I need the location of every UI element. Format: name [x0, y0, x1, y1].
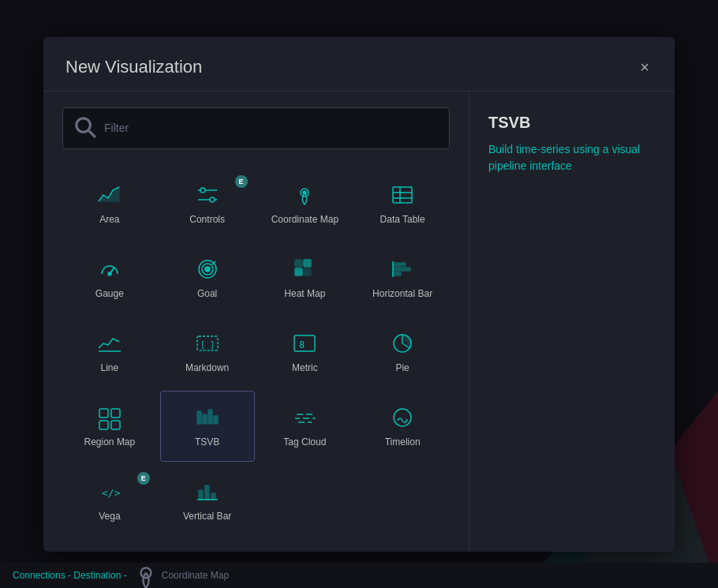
modal-title: New Visualization — [65, 57, 202, 77]
svg-rect-21 — [295, 260, 302, 267]
region-map-icon — [97, 405, 122, 430]
svg-rect-27 — [393, 272, 401, 275]
filter-input[interactable] — [104, 122, 439, 134]
viz-item-goal[interactable]: Goal — [160, 242, 255, 313]
timelion-icon — [390, 405, 415, 430]
viz-item-vega[interactable]: E </> Vega — [62, 465, 157, 536]
viz-item-metric[interactable]: 8 Metric — [258, 316, 353, 388]
tsvb-label: TSVB — [195, 436, 219, 448]
svg-rect-11 — [393, 187, 412, 203]
viz-item-vertical-bar[interactable]: Vertical Bar — [160, 465, 255, 536]
experimental-badge: E — [235, 175, 248, 188]
viz-item-gauge[interactable]: Gauge — [62, 242, 157, 313]
timelion-label: Timelion — [385, 436, 421, 448]
data-table-icon — [390, 182, 415, 208]
vega-icon: </> — [97, 479, 122, 504]
coordinate-map-label: Coordinate Map — [271, 214, 338, 225]
visualization-picker: Area E Controls — [43, 92, 469, 552]
goal-label: Goal — [197, 288, 217, 299]
search-icon — [73, 114, 98, 142]
goal-icon — [195, 257, 220, 282]
coordinate-map-icon — [292, 182, 317, 208]
metric-label: Metric — [292, 362, 318, 373]
area-label: Area — [99, 214, 119, 225]
tsvb-icon — [195, 405, 220, 430]
line-label: Line — [101, 362, 119, 373]
viz-item-region-map[interactable]: Region Map — [62, 391, 157, 462]
viz-item-pie[interactable]: Pie — [355, 316, 450, 388]
svg-point-52 — [394, 409, 411, 426]
viz-item-horizontal-bar[interactable]: Horizontal Bar — [355, 242, 450, 313]
svg-text:</>: </> — [102, 487, 121, 499]
svg-point-8 — [210, 197, 215, 202]
markdown-icon: [ ] — [195, 331, 220, 356]
viz-item-coordinate-map[interactable]: Coordinate Map — [258, 168, 353, 239]
viz-item-heat-map[interactable]: Heat Map — [258, 242, 353, 313]
viz-item-tag-cloud[interactable]: Tag Cloud — [258, 391, 353, 462]
markdown-label: Markdown — [185, 362, 229, 373]
experimental-badge-vega: E — [137, 472, 150, 485]
vertical-bar-icon — [195, 479, 220, 504]
svg-rect-56 — [211, 493, 215, 500]
area-icon — [97, 182, 122, 208]
svg-point-7 — [200, 188, 205, 193]
gauge-label: Gauge — [95, 288, 124, 299]
vertical-bar-label: Vertical Bar — [183, 511, 231, 522]
svg-rect-37 — [99, 409, 108, 418]
svg-point-16 — [108, 272, 111, 275]
viz-item-line[interactable]: Line — [62, 316, 157, 388]
vega-label: Vega — [99, 511, 120, 522]
selected-viz-description: Build time-series using a visual pipelin… — [488, 141, 656, 174]
svg-rect-55 — [205, 485, 209, 500]
footer-breadcrumb: Connections - Destination - — [13, 570, 127, 581]
svg-rect-25 — [393, 263, 406, 266]
svg-line-3 — [89, 130, 95, 137]
viz-item-timelion[interactable]: Timelion — [355, 391, 450, 462]
svg-rect-23 — [295, 268, 302, 275]
pie-icon — [390, 331, 415, 356]
svg-rect-22 — [304, 260, 311, 267]
search-bar[interactable] — [62, 107, 450, 149]
footer-bar: Connections - Destination - Coordinate M… — [0, 563, 718, 588]
viz-item-markdown[interactable]: [ ] Markdown — [160, 316, 255, 388]
heat-map-icon — [292, 257, 317, 282]
svg-point-19 — [205, 267, 210, 272]
viz-item-tsvb[interactable]: TSVB — [160, 391, 255, 462]
viz-item-data-table[interactable]: Data Table — [355, 168, 450, 239]
tag-cloud-icon — [292, 405, 317, 430]
controls-label: Controls — [189, 214, 225, 225]
close-button[interactable]: × — [637, 56, 653, 78]
viz-item-area[interactable]: Area — [62, 168, 157, 239]
svg-rect-44 — [214, 416, 218, 424]
tag-cloud-label: Tag Cloud — [283, 436, 326, 448]
viz-item-controls[interactable]: E Controls — [160, 168, 255, 239]
horizontal-bar-icon — [390, 257, 415, 282]
svg-rect-38 — [111, 409, 120, 418]
modal-body: Area E Controls — [43, 92, 675, 552]
metric-icon: 8 — [292, 331, 317, 356]
visualization-grid: Area E Controls — [62, 168, 450, 536]
gauge-icon — [97, 257, 122, 282]
svg-rect-40 — [111, 421, 120, 429]
new-visualization-modal: New Visualization × — [43, 37, 675, 552]
modal-header: New Visualization × — [43, 37, 675, 92]
svg-text:8: 8 — [299, 339, 305, 350]
svg-point-2 — [77, 118, 91, 132]
selected-viz-title: TSVB — [488, 114, 656, 132]
heat-map-label: Heat Map — [284, 288, 325, 299]
svg-rect-42 — [203, 414, 207, 424]
svg-rect-41 — [197, 411, 201, 424]
region-map-label: Region Map — [84, 436, 136, 448]
location-icon — [133, 563, 159, 588]
svg-rect-26 — [393, 268, 410, 271]
svg-point-10 — [303, 191, 306, 194]
horizontal-bar-label: Horizontal Bar — [372, 288, 432, 299]
detail-panel: TSVB Build time-series using a visual pi… — [469, 92, 675, 552]
svg-rect-39 — [99, 421, 108, 429]
line-icon — [97, 331, 122, 356]
pie-label: Pie — [395, 362, 409, 373]
svg-text:[ ]: [ ] — [200, 340, 215, 349]
data-table-label: Data Table — [380, 214, 425, 225]
svg-rect-54 — [199, 490, 203, 500]
svg-rect-24 — [304, 268, 311, 275]
